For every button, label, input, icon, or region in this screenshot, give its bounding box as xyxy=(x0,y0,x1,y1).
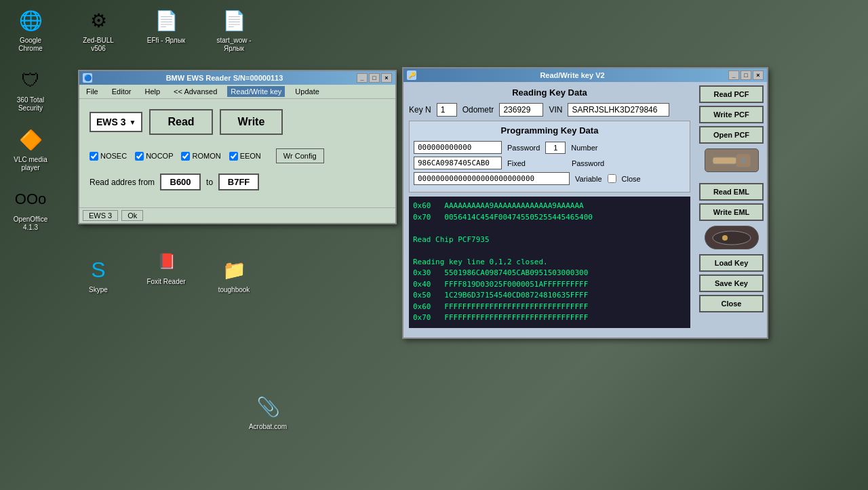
variable-label: Variable xyxy=(575,175,602,183)
desktop-icon-toughbook[interactable]: 📁 toughbook xyxy=(210,256,258,294)
fixed-input[interactable] xyxy=(414,157,502,169)
read-button[interactable]: Read xyxy=(149,109,212,135)
acrobat-icon: 📎 xyxy=(254,393,281,420)
reading-header: Reading Key Data xyxy=(409,87,690,98)
bmw-window-title: BMW EWS Reader S/N=00000113 xyxy=(166,74,283,82)
read-pcf-button[interactable]: Read PCF xyxy=(699,85,764,103)
desktop-icon-openoffice[interactable]: OOo OpenOffice4.1.3 xyxy=(7,186,54,232)
menu-editor[interactable]: Editor xyxy=(108,86,135,97)
bmw-minimize-btn[interactable]: _ xyxy=(357,73,368,83)
eeon-label: EEON xyxy=(240,152,261,160)
addr-to-input[interactable] xyxy=(218,173,259,190)
rw-maximize-btn[interactable]: □ xyxy=(741,70,751,80)
zedbull-label: Zed-BULLv506 xyxy=(83,37,114,53)
data-line-10: 0x70 FFFFFFFFFFFFFFFFFFFFFFFFFFFFFFFF xyxy=(413,312,686,324)
open-pcf-button[interactable]: Open PCF xyxy=(699,126,764,144)
key-svg-bottom xyxy=(711,229,752,246)
desktop-icon-skype[interactable]: S Skype xyxy=(75,256,122,294)
rw-main-content: Reading Key Data Key N Odometr VIN Progr… xyxy=(403,82,696,338)
desktop-icon-acrobat[interactable]: 📎 Acrobat.com xyxy=(244,393,292,431)
desktop-icon-security[interactable]: 🛡 360 TotalSecurity xyxy=(7,66,54,113)
save-key-button[interactable]: Save Key xyxy=(699,274,764,292)
menu-file[interactable]: File xyxy=(83,86,102,97)
data-line-5: Reading key line 0,1,2 closed. xyxy=(413,257,686,268)
nosec-checkbox[interactable]: NOSEC xyxy=(90,152,127,161)
zedbull-icon: ⚙ xyxy=(85,7,112,34)
addr-to-label: to xyxy=(206,178,213,187)
password2-label: Password xyxy=(572,159,604,167)
menu-readwrite[interactable]: Read/Write key xyxy=(227,86,285,97)
bmw-ews-window: 🔵 BMW EWS Reader S/N=00000113 _ □ × File… xyxy=(78,70,397,224)
password-input1[interactable] xyxy=(414,141,502,154)
desktop-icon-vlc[interactable]: 🔶 VLC mediaplayer xyxy=(7,126,54,172)
spacer1 xyxy=(699,177,764,180)
key-n-label: Key N xyxy=(409,105,431,115)
menu-advansed[interactable]: << Advansed xyxy=(170,86,220,97)
variable-input[interactable] xyxy=(414,172,570,185)
menu-help[interactable]: Help xyxy=(141,86,163,97)
desktop-icon-effi[interactable]: 📄 EFfi - Ярлык xyxy=(142,7,190,45)
read-eml-button[interactable]: Read EML xyxy=(699,183,764,201)
programming-header: Programming Key Data xyxy=(414,125,686,136)
vlc-label: VLC mediaplayer xyxy=(14,156,47,172)
startwow-label: start_wow -Ярлык xyxy=(216,37,251,53)
desktop-icon-foxit[interactable]: 📕 Foxit Reader xyxy=(142,248,190,286)
rw-titlebar-controls: _ □ × xyxy=(728,70,764,80)
wr-config-button[interactable]: Wr Config xyxy=(276,148,324,163)
rw-window-icon: 🔑 xyxy=(407,70,416,80)
rw-window-title: Read/Write key V2 xyxy=(540,71,604,79)
number-label: Number xyxy=(571,144,597,152)
odo-label: Odometr xyxy=(462,105,494,115)
romon-input[interactable] xyxy=(181,152,190,161)
bmw-titlebar: 🔵 BMW EWS Reader S/N=00000113 _ □ × xyxy=(79,71,395,85)
openoffice-icon: OOo xyxy=(17,186,44,213)
key-svg-top xyxy=(711,152,752,169)
load-key-button[interactable]: Load Key xyxy=(699,254,764,272)
write-eml-button[interactable]: Write EML xyxy=(699,203,764,221)
data-line-6: 0x30 5501986CA0987405CAB0951503000300 xyxy=(413,268,686,279)
effi-label: EFfi - Ярлык xyxy=(147,37,186,45)
nosec-label: NOSEC xyxy=(100,152,127,160)
addr-from-input[interactable] xyxy=(160,173,201,190)
desktop-icon-startwow[interactable]: 📄 start_wow -Ярлык xyxy=(210,7,258,53)
nosec-input[interactable] xyxy=(90,152,98,161)
data-line-8: 0x50 1C29B6D37154540CD08724810635FFFF xyxy=(413,290,686,302)
bmw-close-btn[interactable]: × xyxy=(381,73,392,83)
menu-update[interactable]: Update xyxy=(292,86,322,97)
rw-close-btn[interactable]: × xyxy=(753,70,764,80)
desktop-icon-zedbull[interactable]: ⚙ Zed-BULLv506 xyxy=(75,7,122,53)
data-line-0: 0x60 AAAAAAAAAA9AAAAAAAAAAAAA9AAAAAA xyxy=(413,201,686,212)
odo-input[interactable] xyxy=(499,103,543,117)
eeon-checkbox[interactable]: EEON xyxy=(229,152,261,161)
desktop: 🌐 Google Chrome 🛡 360 TotalSecurity 🔶 VL… xyxy=(0,0,868,490)
nocop-checkbox[interactable]: NOCOP xyxy=(135,152,173,161)
romon-checkbox[interactable]: ROMON xyxy=(181,152,220,161)
acrobat-label: Acrobat.com xyxy=(249,423,287,431)
write-button[interactable]: Write xyxy=(220,109,283,135)
key-n-input[interactable] xyxy=(437,103,457,117)
security-label: 360 TotalSecurity xyxy=(17,96,44,113)
number-input[interactable] xyxy=(545,142,566,154)
data-line-7: 0x40 FFFF819D03025F0000051AFFFFFFFFFF xyxy=(413,279,686,291)
security-icon: 🛡 xyxy=(17,66,44,94)
ews-selector-row: EWS 3 ▼ Read Write xyxy=(90,109,385,135)
eeon-input[interactable] xyxy=(229,152,238,161)
bmw-menubar: File Editor Help << Advansed Read/Write … xyxy=(79,85,395,99)
desktop-icon-chrome[interactable]: 🌐 Google Chrome xyxy=(7,7,54,53)
close-button[interactable]: Close xyxy=(699,295,764,312)
rw-minimize-btn[interactable]: _ xyxy=(728,70,739,80)
rw-content: Reading Key Data Key N Odometr VIN Progr… xyxy=(403,82,696,338)
nocop-input[interactable] xyxy=(135,152,144,161)
vin-input[interactable] xyxy=(568,103,669,117)
svg-point-2 xyxy=(740,157,747,164)
bmw-maximize-btn[interactable]: □ xyxy=(369,73,380,83)
write-pcf-button[interactable]: Write PCF xyxy=(699,106,764,123)
close-checkbox[interactable] xyxy=(608,174,616,183)
toughbook-icon: 📁 xyxy=(220,256,248,283)
data-line-2 xyxy=(413,223,686,234)
key-n-row: Key N Odometr VIN xyxy=(409,103,690,117)
checkboxes-row: NOSEC NOCOP ROMON EEON Wr Config xyxy=(90,148,385,163)
rw-titlebar: 🔑 Read/Write key V2 _ □ × xyxy=(403,68,767,82)
ews-dropdown[interactable]: EWS 3 ▼ xyxy=(90,112,142,132)
close-label: Close xyxy=(622,175,641,183)
